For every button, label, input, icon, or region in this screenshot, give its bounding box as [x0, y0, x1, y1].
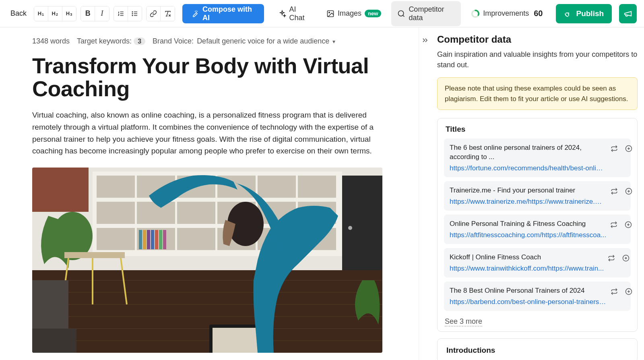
italic-button[interactable]: I — [95, 6, 109, 21]
svg-rect-46 — [147, 230, 150, 249]
improvements-count: 60 — [534, 9, 543, 18]
plagiarism-warning: Please note that using these examples co… — [437, 77, 638, 110]
svg-point-6 — [132, 11, 133, 12]
svg-point-12 — [329, 12, 330, 12]
svg-rect-59 — [32, 329, 76, 353]
clear-format-button[interactable] — [161, 6, 175, 21]
target-keywords-label: Target keywords: — [77, 37, 132, 45]
new-badge: new — [365, 10, 381, 17]
word-count: 1348 words — [32, 37, 70, 46]
competitor-url[interactable]: https://aftfitnesscoaching.com/https://a… — [450, 231, 606, 239]
link-group — [146, 6, 175, 21]
publish-label: Publish — [576, 9, 604, 18]
megaphone-icon — [623, 9, 632, 18]
article-image[interactable] — [32, 168, 382, 353]
add-button[interactable] — [625, 288, 633, 296]
h2-button[interactable]: H2 — [48, 6, 62, 21]
article-intro[interactable]: Virtual coaching, also known as online c… — [32, 109, 394, 157]
images-button[interactable]: Images new — [320, 5, 387, 22]
unordered-list-button[interactable] — [128, 6, 142, 21]
svg-point-7 — [132, 13, 133, 14]
svg-rect-49 — [159, 230, 162, 249]
svg-rect-32 — [97, 202, 135, 224]
svg-rect-16 — [32, 268, 382, 353]
add-button[interactable] — [622, 254, 630, 263]
target-keywords[interactable]: Target keywords: 3 — [77, 37, 145, 46]
content-area: 1348 words Target keywords: 3 Brand Voic… — [0, 27, 644, 360]
competitor-title: Kickoff | Online Fitness Coach — [450, 253, 604, 262]
link-icon — [150, 10, 157, 17]
svg-rect-48 — [155, 230, 158, 249]
link-button[interactable] — [147, 6, 161, 21]
collapse-sidebar-button[interactable] — [419, 27, 431, 360]
brand-voice-value: Default generic voice for a wide audienc… — [197, 37, 329, 46]
refresh-button[interactable] — [610, 221, 618, 229]
brand-voice-prefix: Brand Voice: — [153, 37, 194, 46]
svg-rect-47 — [151, 230, 154, 249]
svg-line-14 — [403, 15, 405, 17]
svg-point-52 — [348, 226, 352, 230]
svg-rect-30 — [258, 176, 296, 198]
competitor-card[interactable]: Kickoff | Online Fitness Coach https://w… — [444, 248, 631, 277]
publish-button[interactable]: Publish — [556, 4, 612, 23]
improvements-button[interactable]: Improvements 60 — [465, 5, 549, 22]
refresh-button[interactable] — [608, 254, 616, 263]
add-button[interactable] — [625, 188, 633, 196]
heading-group: H1 H2 H3 — [34, 6, 76, 21]
style-group: B I — [80, 6, 109, 21]
h1-button[interactable]: H1 — [34, 6, 48, 21]
see-more-button[interactable]: See 3 more — [445, 317, 482, 327]
add-button[interactable] — [625, 221, 633, 229]
competitor-sidebar: Competitor data Gain inspiration and val… — [431, 27, 644, 360]
competitor-data-button[interactable]: Competitor data — [391, 1, 461, 26]
competitor-card[interactable]: Trainerize.me - Find your personal train… — [444, 181, 631, 211]
svg-rect-50 — [163, 230, 166, 249]
refresh-button[interactable] — [611, 188, 619, 196]
ordered-list-button[interactable] — [114, 6, 128, 21]
editor-column: 1348 words Target keywords: 3 Brand Voic… — [0, 27, 419, 360]
competitor-title: Online Personal Training & Fitness Coach… — [450, 219, 606, 229]
competitor-url[interactable]: https://barbend.com/best-online-personal… — [450, 298, 607, 306]
svg-rect-26 — [97, 176, 135, 198]
competitor-url[interactable]: https://www.trainwithkickoff.com/https:/… — [450, 265, 604, 273]
announce-button[interactable] — [619, 4, 637, 23]
unordered-list-icon — [131, 10, 138, 17]
titles-heading: Titles — [444, 125, 631, 134]
image-icon — [326, 10, 334, 18]
h3-button[interactable]: H3 — [62, 6, 76, 21]
share-arrow-icon — [564, 10, 572, 18]
ai-chat-label: AI Chat — [289, 5, 311, 22]
compose-ai-button[interactable]: Compose with AI — [182, 4, 264, 23]
chevron-down-icon: ▾ — [332, 38, 335, 45]
competitor-title: Trainerize.me - Find your personal train… — [450, 186, 607, 195]
article-title[interactable]: Transform Your Body with Virtual Coachin… — [32, 54, 394, 100]
svg-rect-40 — [177, 228, 215, 250]
refresh-button[interactable] — [611, 288, 619, 296]
competitor-title: The 6 best online personal trainers of 2… — [450, 143, 607, 162]
sparkle-icon — [278, 10, 286, 18]
clear-format-icon — [164, 10, 171, 17]
svg-rect-24 — [32, 168, 89, 212]
search-icon — [397, 10, 405, 18]
introductions-panel[interactable]: Introductions — [437, 338, 638, 360]
competitor-url[interactable]: https://www.trainerize.me/https://www.tr… — [450, 198, 607, 206]
keywords-count-badge: 3 — [134, 37, 145, 45]
introductions-heading: Introductions — [445, 346, 630, 355]
svg-point-13 — [398, 10, 404, 16]
competitor-card[interactable]: The 8 Best Online Personal Trainers of 2… — [444, 281, 631, 311]
competitor-card[interactable]: Online Personal Training & Fitness Coach… — [444, 215, 631, 244]
competitor-data-label: Competitor data — [409, 5, 455, 22]
bold-button[interactable]: B — [81, 6, 95, 21]
brand-voice-selector[interactable]: Brand Voice: Default generic voice for a… — [153, 37, 335, 46]
svg-rect-58 — [32, 280, 68, 329]
competitor-card[interactable]: The 6 best online personal trainers of 2… — [444, 139, 631, 177]
ai-chat-button[interactable]: AI Chat — [272, 1, 317, 26]
competitor-url[interactable]: https://fortune.com/recommends/health/be… — [450, 164, 607, 172]
list-group — [114, 6, 142, 21]
progress-ring-icon — [471, 9, 480, 18]
compose-ai-label: Compose with AI — [202, 5, 255, 22]
refresh-button[interactable] — [611, 145, 619, 153]
back-button[interactable]: Back — [7, 7, 30, 20]
sidebar-heading: Competitor data — [437, 34, 638, 45]
add-button[interactable] — [625, 145, 633, 153]
